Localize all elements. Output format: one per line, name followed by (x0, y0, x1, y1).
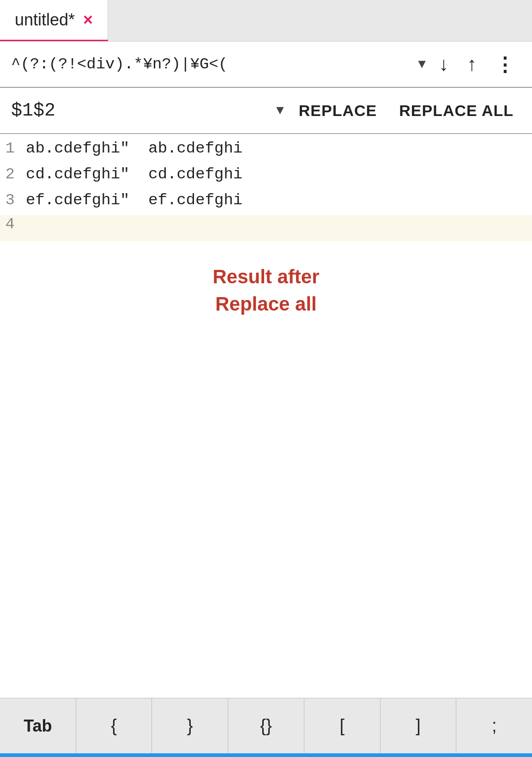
line-number-3: 3 (0, 191, 22, 209)
search-nav-up-button[interactable]: ↑ (461, 53, 482, 75)
search-nav-down-button[interactable]: ↓ (433, 53, 454, 75)
replace-input[interactable] (11, 100, 272, 121)
line-number-4: 4 (0, 215, 22, 233)
search-input[interactable] (11, 55, 414, 73)
replace-all-button[interactable]: REPLACE ALL (392, 102, 521, 120)
key-close-bracket-button[interactable]: ] (381, 698, 457, 753)
search-bar: ▼ ↓ ↑ ⋮ (0, 42, 532, 88)
tab-bar: untitled* × (0, 0, 532, 42)
tab-title: untitled* (15, 10, 75, 30)
key-braces-button[interactable]: {} (228, 698, 304, 753)
replace-dropdown-arrow[interactable]: ▼ (276, 104, 284, 118)
line-content-4 (22, 225, 30, 228)
search-input-wrapper: ▼ (11, 55, 426, 73)
key-open-brace-button[interactable]: { (76, 698, 152, 753)
result-label: Result after Replace all (212, 263, 319, 318)
keyboard-bar: Tab { } {} [ ] ; (0, 698, 532, 753)
replace-button[interactable]: REPLACE (291, 102, 384, 120)
key-semicolon-button[interactable]: ; (456, 698, 532, 753)
result-line-1: Result after (212, 263, 319, 291)
search-dropdown-arrow[interactable]: ▼ (418, 57, 426, 72)
line-number-2: 2 (0, 165, 22, 183)
bottom-bar (0, 753, 532, 757)
line-number-1: 1 (0, 140, 22, 157)
table-row: 4 (0, 215, 532, 241)
code-area: 1 ab.cdefghi" ab.cdefghi 2 cd.cdefghi" c… (0, 134, 532, 698)
key-tab-button[interactable]: Tab (0, 698, 76, 753)
line-content-1: ab.cdefghi" ab.cdefghi (22, 138, 246, 159)
line-content-2: cd.cdefghi" cd.cdefghi (22, 164, 246, 185)
replace-input-wrapper: ▼ (11, 100, 284, 121)
table-row: 1 ab.cdefghi" ab.cdefghi (0, 138, 532, 164)
key-close-brace-button[interactable]: } (152, 698, 228, 753)
table-row: 3 ef.cdefghi" ef.cdefghi (0, 189, 532, 215)
search-more-button[interactable]: ⋮ (490, 53, 521, 76)
key-open-bracket-button[interactable]: [ (304, 698, 381, 753)
table-row: 2 cd.cdefghi" cd.cdefghi (0, 164, 532, 189)
line-content-3: ef.cdefghi" ef.cdefghi (22, 189, 246, 211)
replace-bar: ▼ REPLACE REPLACE ALL (0, 88, 532, 134)
tab-close-button[interactable]: × (83, 10, 93, 30)
result-line-2: Replace all (212, 291, 319, 318)
code-lines: 1 ab.cdefghi" ab.cdefghi 2 cd.cdefghi" c… (0, 134, 532, 245)
active-tab[interactable]: untitled* × (0, 0, 108, 41)
